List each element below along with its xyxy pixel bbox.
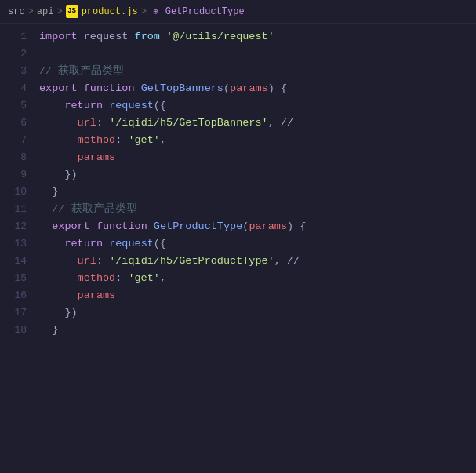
token: request xyxy=(109,100,154,111)
token: request xyxy=(78,31,135,42)
token: import xyxy=(39,31,78,42)
token: params xyxy=(230,82,268,94)
line-number-2: 2 xyxy=(0,45,39,63)
token: : xyxy=(115,134,128,146)
token xyxy=(135,82,141,94)
token: // 获取产品类型 xyxy=(39,203,137,215)
token xyxy=(39,324,52,336)
token: export xyxy=(39,82,78,94)
token: 'get' xyxy=(128,134,160,146)
token: }) xyxy=(64,169,77,180)
token: }) xyxy=(64,307,77,318)
code-line-8: params xyxy=(39,149,476,166)
token xyxy=(39,151,78,163)
token xyxy=(90,220,96,232)
line-number-1: 1 xyxy=(0,28,39,45)
token: , // xyxy=(274,255,300,267)
token: ({ xyxy=(154,100,166,111)
breadcrumb-src[interactable]: src xyxy=(8,6,25,17)
token xyxy=(39,220,52,232)
token: : xyxy=(96,255,109,267)
code-line-9: }) xyxy=(39,166,476,184)
line-numbers: 123456789101112131415161718 xyxy=(0,24,39,473)
token: , xyxy=(160,272,166,284)
line-number-11: 11 xyxy=(0,201,39,218)
token: from xyxy=(135,31,160,42)
code-line-6: url: '/iqidi/h5/GetTopBanners', // xyxy=(39,115,476,132)
token: GetTopBanners xyxy=(141,82,223,94)
token: params xyxy=(78,289,116,301)
token: request xyxy=(109,238,154,249)
token: ) { xyxy=(268,82,287,94)
line-number-15: 15 xyxy=(0,270,39,287)
token xyxy=(39,307,64,318)
breadcrumb-sep-1: > xyxy=(28,6,34,17)
line-number-16: 16 xyxy=(0,287,39,304)
code-line-4: export function GetTopBanners(params) { xyxy=(39,80,476,97)
breadcrumb-sep-3: > xyxy=(141,6,147,17)
code-line-14: url: '/iqidi/h5/GetProductType', // xyxy=(39,253,476,270)
token xyxy=(39,100,64,111)
code-content: 123456789101112131415161718 import reque… xyxy=(0,24,476,473)
line-number-13: 13 xyxy=(0,235,39,253)
line-number-5: 5 xyxy=(0,97,39,115)
token: return xyxy=(64,238,103,249)
line-number-18: 18 xyxy=(0,322,39,339)
token: : xyxy=(115,272,128,284)
token: : xyxy=(96,117,109,129)
token xyxy=(39,238,64,249)
token: ( xyxy=(223,82,230,94)
token: // 获取产品类型 xyxy=(39,65,124,77)
token: function xyxy=(84,82,135,94)
code-line-16: params xyxy=(39,287,476,304)
line-number-12: 12 xyxy=(0,218,39,235)
token xyxy=(39,134,78,146)
line-number-4: 4 xyxy=(0,80,39,97)
token: function xyxy=(96,220,147,232)
token xyxy=(160,31,166,42)
token: } xyxy=(52,324,58,336)
token: return xyxy=(64,100,103,111)
token: , // xyxy=(268,117,293,129)
js-file-icon: JS xyxy=(66,5,78,18)
token: export xyxy=(52,220,90,232)
code-line-15: method: 'get', xyxy=(39,270,476,287)
token: params xyxy=(249,220,287,232)
code-line-3: // 获取产品类型 xyxy=(39,63,476,80)
line-number-6: 6 xyxy=(0,115,39,132)
code-editor: 123456789101112131415161718 import reque… xyxy=(0,24,476,473)
line-number-9: 9 xyxy=(0,166,39,184)
breadcrumb: src > api > JS product.js > ⊕ GetProduct… xyxy=(0,0,476,24)
token: 'get' xyxy=(128,272,160,284)
breadcrumb-getproducttype[interactable]: GetProductType xyxy=(165,6,245,17)
line-number-8: 8 xyxy=(0,149,39,166)
code-line-17: }) xyxy=(39,304,476,322)
line-number-10: 10 xyxy=(0,184,39,201)
token xyxy=(147,220,154,232)
code-line-1: import request from '@/utils/request' xyxy=(39,28,476,45)
breadcrumb-api[interactable]: api xyxy=(37,6,54,17)
token: , xyxy=(160,134,166,146)
code-line-13: return request({ xyxy=(39,235,476,253)
token: method xyxy=(78,272,116,284)
code-line-18: } xyxy=(39,322,476,339)
code-line-2 xyxy=(39,45,476,63)
token: method xyxy=(78,134,116,146)
token: url xyxy=(78,255,96,267)
token: url xyxy=(78,117,96,129)
code-line-12: export function GetProductType(params) { xyxy=(39,218,476,235)
breadcrumb-product-js[interactable]: product.js xyxy=(82,6,138,17)
token: ) { xyxy=(287,220,306,232)
token: GetProductType xyxy=(154,220,242,232)
token: '/iqidi/h5/GetProductType' xyxy=(109,255,274,267)
token: } xyxy=(39,186,58,198)
token xyxy=(39,272,78,284)
code-line-11: // 获取产品类型 xyxy=(39,201,476,218)
line-number-14: 14 xyxy=(0,253,39,270)
token xyxy=(39,255,78,267)
token xyxy=(103,238,109,249)
code-line-7: method: 'get', xyxy=(39,132,476,149)
token xyxy=(39,289,78,301)
token: '@/utils/request' xyxy=(166,31,274,42)
line-number-3: 3 xyxy=(0,63,39,80)
